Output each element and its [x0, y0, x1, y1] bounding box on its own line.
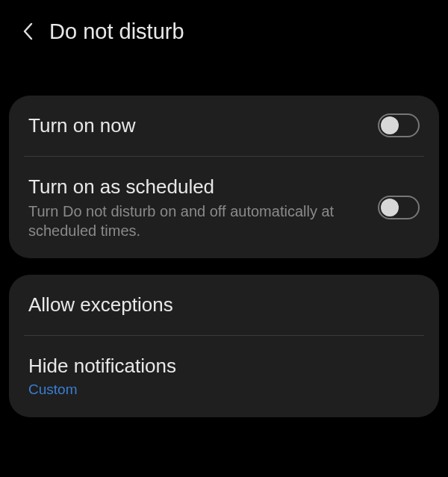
row-title: Hide notifications: [28, 354, 408, 378]
row-turn-on-scheduled[interactable]: Turn on as scheduled Turn Do not disturb…: [9, 157, 439, 259]
back-button[interactable]: [15, 18, 42, 45]
row-subtitle: Turn Do not disturb on and off automatic…: [28, 202, 366, 240]
row-turn-on-now[interactable]: Turn on now: [9, 96, 439, 156]
settings-card-1: Turn on now Turn on as scheduled Turn Do…: [9, 96, 439, 258]
row-title: Turn on as scheduled: [28, 175, 366, 199]
row-text: Turn on as scheduled Turn Do not disturb…: [28, 175, 378, 241]
chevron-left-icon: [21, 21, 36, 42]
toggle-knob: [381, 199, 399, 216]
row-text: Hide notifications Custom: [28, 354, 420, 399]
spacer: [0, 58, 448, 96]
header: Do not disturb: [0, 0, 448, 58]
toggle-turn-on-scheduled[interactable]: [378, 196, 420, 219]
row-text: Allow exceptions: [28, 293, 420, 317]
page-title: Do not disturb: [49, 19, 184, 44]
row-title: Turn on now: [28, 113, 366, 138]
row-subtitle: Custom: [28, 381, 408, 399]
row-allow-exceptions[interactable]: Allow exceptions: [9, 275, 439, 335]
row-title: Allow exceptions: [28, 293, 408, 317]
toggle-knob: [381, 116, 399, 134]
toggle-turn-on-now[interactable]: [378, 113, 420, 137]
row-text: Turn on now: [28, 113, 378, 138]
row-hide-notifications[interactable]: Hide notifications Custom: [9, 336, 439, 417]
settings-card-2: Allow exceptions Hide notifications Cust…: [9, 275, 439, 417]
